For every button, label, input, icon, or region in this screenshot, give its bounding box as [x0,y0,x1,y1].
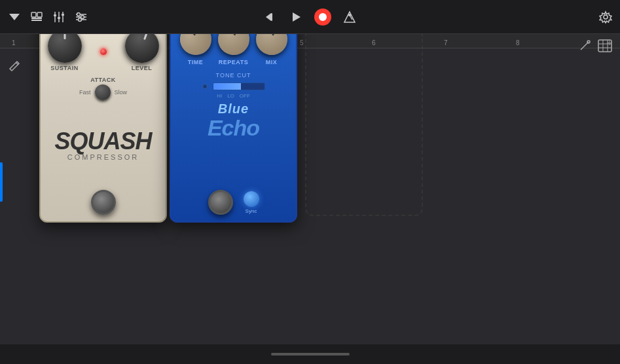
echo-echo-text: Echo [208,117,259,139]
attack-row: Fast Slow [79,84,127,100]
bottom-bar [0,344,620,364]
transport-controls [264,9,356,26]
attack-fast-label: Fast [79,89,91,96]
phone-frame: 1 2 3 4 5 6 7 8 + [0,0,620,364]
svg-point-16 [79,18,82,21]
squash-compressor-pedal: SUSTAIN LEVEL ATTACK Fast Slow SQU [39,13,167,223]
repeats-label: Repeats [219,59,248,65]
sustain-label: SUSTAIN [50,65,78,71]
rewind-button[interactable] [264,10,278,24]
eq-settings-button[interactable] [75,10,88,24]
chord-board-button[interactable] [598,39,612,56]
attack-knob[interactable] [95,84,111,100]
attack-label: ATTACK [90,77,116,83]
svg-marker-0 [9,14,20,20]
side-volume-indicator [0,162,3,202]
svg-point-23 [604,15,608,19]
echo-led [202,84,208,89]
mix-label: Mix [266,59,278,65]
attack-section: ATTACK Fast Slow [79,77,127,100]
record-button[interactable] [314,9,331,26]
tracks-view-button[interactable] [30,10,43,24]
tone-lo-label: LO [227,93,234,99]
svg-rect-26 [598,40,611,52]
svg-marker-19 [293,12,301,22]
sync-label: Sync [246,208,257,214]
svg-rect-18 [271,13,272,21]
echo-footswitch[interactable] [208,190,233,215]
svg-point-22 [348,14,351,16]
svg-rect-4 [31,20,42,21]
ruler-mark-7: 7 [444,39,448,46]
svg-rect-3 [31,18,42,19]
svg-rect-2 [37,12,42,17]
metronome-button[interactable] [343,10,356,24]
squash-main-text: SQUASH [54,130,151,153]
level-label: LEVEL [132,65,153,71]
svg-rect-1 [31,12,36,17]
tone-hi-label: HI [217,93,222,99]
echo-title: Blue Echo [208,101,259,139]
gear-button[interactable] [599,10,612,24]
sync-circle [244,191,259,207]
tone-cut-options: HI LO OFF [217,93,250,99]
dropdown-button[interactable] [8,10,21,24]
ruler-mark-1: 1 [12,39,16,46]
ruler-mark-5: 5 [300,39,304,46]
empty-pedal-slot-1[interactable] [305,20,423,216]
level-knob-container: LEVEL [125,29,159,71]
tone-off-label: OFF [240,93,250,99]
echo-footswitch-row: Sync [208,190,259,215]
edit-icon[interactable] [8,59,21,75]
svg-rect-9 [58,17,60,19]
home-indicator [271,353,350,355]
tuner-button[interactable] [578,39,591,56]
tone-cut-section: TONE CUT HI LO OFF [177,72,289,99]
svg-point-14 [77,12,81,16]
echo-blue-text: Blue [208,101,259,117]
toolbar-right [599,10,612,24]
attack-slow-label: Slow [115,89,128,96]
ruler-mark-8: 8 [516,39,520,46]
squash-footswitch[interactable] [91,190,116,215]
right-top-icons [578,39,612,56]
squash-subtitle: COMPRESSOR [54,153,151,161]
tone-cut-label: TONE CUT [216,72,251,79]
svg-rect-8 [54,14,56,16]
svg-rect-10 [62,14,64,16]
blue-echo-pedal: Time Repeats Mix TONE CUT [170,13,297,223]
tone-cut-fill [213,83,242,90]
toolbar [0,0,620,34]
squash-knobs-row: SUSTAIN LEVEL [48,29,159,71]
time-label: Time [188,59,204,65]
led-indicator [100,48,107,55]
mixer-button[interactable] [52,10,65,24]
svg-marker-17 [266,13,271,21]
play-button[interactable] [289,10,302,24]
sync-button[interactable]: Sync [244,191,259,214]
tone-cut-bar[interactable] [213,82,265,90]
squash-title: SQUASH COMPRESSOR [54,130,151,161]
svg-marker-20 [344,12,355,22]
sustain-knob-container: SUSTAIN [48,29,82,71]
